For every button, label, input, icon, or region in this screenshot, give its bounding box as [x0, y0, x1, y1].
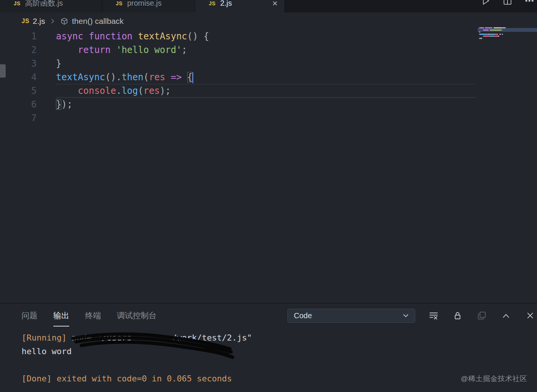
code-editor[interactable]: 1234567 async function textAsync() { ret… [0, 30, 537, 303]
output-line [22, 358, 252, 372]
editor-actions [480, 0, 535, 6]
bottom-panel: 问题输出终端调试控制台 Code [0, 303, 537, 392]
js-file-icon: JS [116, 0, 123, 6]
symbol-cube-icon [60, 17, 68, 25]
breadcrumb-symbol[interactable]: then() callback [72, 17, 124, 26]
minimap-line [479, 31, 537, 33]
text-cursor [192, 72, 193, 83]
line-number: 7 [0, 111, 37, 125]
output-line: hello word [22, 345, 252, 358]
maximize-panel-icon[interactable] [501, 310, 511, 321]
code-line[interactable]: return 'hello word'; [56, 43, 209, 57]
panel-tab[interactable]: 调试控制台 [117, 303, 157, 328]
split-editor-icon[interactable] [502, 0, 513, 6]
tab-label: 高阶函数.js [25, 0, 63, 8]
clear-output-icon[interactable] [428, 310, 439, 321]
panel-tabs: 问题输出终端调试控制台 [22, 303, 157, 328]
breadcrumb-file[interactable]: 2.js [33, 17, 45, 26]
open-in-editor-icon[interactable] [476, 310, 487, 321]
code-lines[interactable]: async function textAsync() { return 'hel… [56, 30, 209, 125]
code-line[interactable]: }); [56, 98, 209, 111]
minimap[interactable] [478, 25, 537, 48]
lock-icon[interactable] [452, 310, 463, 321]
js-file-icon: JS [22, 18, 29, 25]
activity-bar-indicator [0, 64, 6, 78]
output-channel-select[interactable]: Code [287, 309, 415, 323]
code-line[interactable]: textAsync().then(res => { [56, 70, 209, 84]
output-line: [Done] exited with code=0 in 0.065 secon… [22, 372, 252, 386]
panel-tab[interactable]: 输出 [53, 303, 69, 328]
minimap-line [479, 38, 537, 39]
close-tab-icon[interactable]: × [272, 0, 278, 8]
minimap-line [479, 34, 537, 35]
code-line[interactable]: console.log(res); [56, 84, 209, 98]
panel-tab[interactable]: 问题 [22, 303, 37, 328]
tab-label: 2.js [220, 0, 232, 8]
line-number: 5 [0, 84, 37, 98]
run-button[interactable] [480, 0, 491, 6]
line-number: 6 [0, 98, 37, 111]
breadcrumb[interactable]: JS 2.js then() callback [0, 12, 537, 30]
minimap-line [479, 40, 537, 41]
editor-tabs: JS高阶函数.jsJSpromise.jsJS2.js× [0, 0, 285, 12]
more-actions-icon[interactable] [524, 0, 535, 6]
editor-gutter: 1234567 [0, 30, 37, 125]
output-console[interactable]: [Running] node "/Users /work/test/2.js"h… [22, 331, 252, 386]
chevron-down-icon [401, 311, 410, 320]
code-line[interactable]: } [56, 57, 209, 70]
line-number: 2 [0, 43, 37, 57]
editor-tab-bar: JS高阶函数.jsJSpromise.jsJS2.js× [0, 0, 537, 12]
editor-tab[interactable]: JS2.js× [195, 0, 285, 12]
panel-actions: Code [287, 303, 535, 328]
watermark: @稀土掘金技术社区 [461, 374, 527, 384]
code-line[interactable] [56, 111, 209, 125]
js-file-icon: JS [209, 0, 216, 6]
editor-tab[interactable]: JS高阶函数.js [0, 0, 102, 12]
minimap-rows [478, 25, 537, 41]
close-panel-icon[interactable] [525, 310, 535, 321]
panel-header: 问题输出终端调试控制台 Code [0, 303, 537, 328]
code-line[interactable]: async function textAsync() { [56, 30, 209, 43]
line-number: 1 [0, 30, 37, 43]
tab-label: promise.js [127, 0, 161, 8]
js-file-icon: JS [14, 0, 20, 6]
vscode-window: JS高阶函数.jsJSpromise.jsJS2.js× JS 2.js the [0, 0, 537, 392]
editor-tab[interactable]: JSpromise.js [102, 0, 195, 12]
minimap-line [479, 30, 537, 31]
chevron-right-icon [48, 17, 57, 25]
output-line: [Running] node "/Users /work/test/2.js" [22, 331, 252, 345]
output-channel-value: Code [294, 311, 312, 320]
minimap-line [479, 36, 537, 37]
minimap-line [479, 27, 537, 28]
panel-tab[interactable]: 终端 [85, 303, 101, 328]
